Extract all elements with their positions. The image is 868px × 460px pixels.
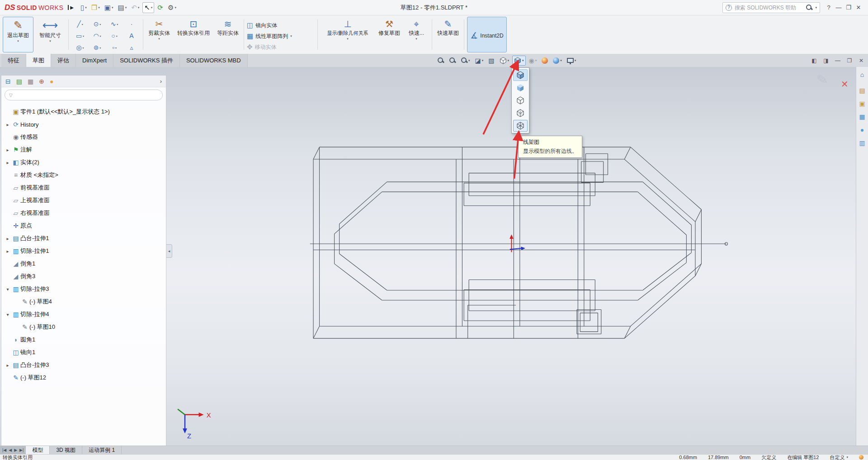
panel-splitter-handle[interactable]: ◂ (166, 244, 172, 258)
tree-expand-icon[interactable]: ▾ (4, 287, 11, 292)
tree-item[interactable]: ▣零件1 (默认<<默认>_显示状态 1>) (1, 105, 166, 118)
tree-expand-icon[interactable]: ▸ (4, 363, 11, 368)
tab-nav-1[interactable]: ◀ (9, 448, 12, 452)
smart-dimension-button[interactable]: ⟷ 智能尺寸 ▾ (35, 17, 66, 52)
repair-sketch-button[interactable]: ⚒ 修复草图 (376, 17, 402, 52)
cancel-sketch-corner-icon[interactable]: ✕ (841, 79, 849, 90)
tree-item[interactable]: ▸▤凸台-拉伸1 (1, 232, 166, 245)
featuremanager-tab[interactable]: ⊟ (5, 78, 11, 85)
print-document-button[interactable]: ▤▾ (116, 3, 128, 13)
tab-nav-2[interactable]: ▶ (14, 448, 17, 452)
doc-close-button[interactable]: ✕ (856, 56, 867, 66)
panel-flyout-chevron-icon[interactable]: › (160, 78, 162, 85)
undo-button[interactable]: ↶▾ (130, 3, 141, 13)
caret-down-icon[interactable]: ▾ (175, 6, 176, 9)
tree-expand-icon[interactable]: ▸ (4, 122, 11, 127)
tree-item[interactable]: ◉传感器 (1, 131, 166, 143)
caret-down-icon[interactable]: ▾ (535, 59, 537, 62)
caret-down-icon[interactable]: ▾ (560, 59, 562, 62)
tree-item[interactable]: ▾▥切除-拉伸3 (1, 283, 166, 295)
caret-down-icon[interactable]: ▾ (125, 6, 127, 9)
caret-down-icon[interactable]: ▾ (117, 23, 118, 26)
select-button[interactable]: ↖▾ (142, 2, 154, 13)
display-delete-relations-button[interactable]: ⊥ 显示/删除几何关系 ▾ (321, 17, 375, 52)
search-icon[interactable] (806, 4, 812, 11)
search-input[interactable] (735, 5, 803, 11)
caret-down-icon[interactable]: ▾ (99, 46, 101, 49)
caret-down-icon[interactable]: ▾ (99, 23, 101, 26)
tree-expand-icon[interactable]: ▾ (4, 312, 11, 317)
tree-item[interactable]: ◗圆角1 (1, 333, 166, 346)
tab-addins[interactable]: SOLIDWORKS 插件 (113, 54, 180, 67)
tree-item[interactable]: ▸◧实体(2) (1, 156, 166, 169)
tree-item[interactable]: ◢倒角3 (1, 270, 166, 283)
tree-item[interactable]: ◫镜向1 (1, 346, 166, 359)
tree-item[interactable]: ▸⟳History (1, 118, 166, 131)
display-style-shaded[interactable] (513, 82, 528, 94)
mirror-entities-button[interactable]: ◫ 镜向实体 (247, 21, 315, 30)
sketch-tool-11[interactable]: ▵ (123, 42, 140, 53)
caret-down-icon[interactable]: ▾ (158, 37, 160, 41)
doc-restore-button[interactable]: ❐ (844, 56, 855, 66)
linear-sketch-pattern-button[interactable]: ▦ 线性草图阵列 ▾ (247, 32, 315, 41)
caret-down-icon[interactable]: ▾ (468, 59, 470, 62)
display-style-hidden-lines-visible[interactable] (513, 107, 528, 119)
restore-button[interactable]: ❐ (844, 3, 854, 13)
display-style-wireframe[interactable] (513, 120, 528, 132)
propertymanager-tab[interactable]: ▤ (16, 78, 22, 85)
tree-expand-icon[interactable]: ▸ (4, 249, 11, 254)
doc-tab-3d-views[interactable]: 3D 视图 (50, 446, 82, 454)
doc-tab-motion-study-1[interactable]: 运动算例 1 (82, 446, 122, 454)
caret-down-icon[interactable]: ▾ (508, 59, 509, 62)
options-button[interactable]: ⚙▾ (166, 3, 178, 13)
sketch-tool-6[interactable]: ○▾ (106, 30, 123, 42)
displaymanager-tab[interactable]: ● (50, 78, 53, 85)
pane-right-button[interactable]: ◨ (821, 56, 831, 66)
caret-down-icon[interactable]: ▾ (83, 34, 84, 38)
display-style-hidden-lines-removed[interactable] (513, 95, 528, 106)
tree-item[interactable]: ≡材质 <未指定> (1, 169, 166, 181)
tree-item[interactable]: ▾▥切除-拉伸4 (1, 308, 166, 321)
caret-down-icon[interactable]: ▾ (575, 59, 576, 62)
zoom-area-button[interactable] (447, 56, 458, 65)
dimxpertmanager-tab[interactable]: ⊕ (39, 78, 44, 85)
tree-item[interactable]: ▸⚑注解 (1, 143, 166, 156)
section-view-button[interactable]: ◪▾ (473, 56, 486, 66)
caret-down-icon[interactable]: ▾ (83, 46, 84, 49)
sketch-tool-9[interactable]: ⊚▾ (89, 42, 106, 53)
save-document-button[interactable]: ▣▾ (103, 3, 115, 13)
home-button[interactable]: ⌂ (858, 70, 867, 79)
chevron-down-icon[interactable]: ▾ (815, 6, 817, 9)
tree-item[interactable]: ▱上视基准面 (1, 194, 166, 207)
caret-down-icon[interactable]: ▾ (82, 23, 83, 26)
minimize-button[interactable]: — (834, 3, 844, 13)
caret-down-icon[interactable]: ▾ (347, 37, 349, 41)
caret-down-icon[interactable]: ▾ (116, 34, 118, 38)
trim-entities-button[interactable]: ✂ 剪裁实体 ▾ (146, 17, 172, 52)
caret-down-icon[interactable]: ▾ (112, 6, 113, 9)
custom-properties-button[interactable]: ▥ (858, 138, 867, 147)
tab-mbd[interactable]: SOLIDWORKS MBD (180, 54, 248, 67)
tab-nav-3[interactable]: ▶| (19, 448, 24, 452)
sketch-tool-0[interactable]: ╱▾ (71, 18, 89, 30)
tab-evaluate[interactable]: 评估 (51, 54, 76, 67)
help-button[interactable]: ? (824, 3, 834, 13)
caret-down-icon[interactable]: ▾ (482, 59, 484, 62)
sketch-tool-10[interactable]: ▫▾ (106, 42, 123, 53)
convert-entities-button[interactable]: ⊡ 转换实体引用 (174, 17, 213, 52)
status-custom-dropdown[interactable]: 自定义 ▾ (830, 454, 848, 460)
tab-dimxpert[interactable]: DimXpert (76, 54, 113, 67)
edit-appearance-button[interactable] (540, 56, 550, 65)
instant2d-button[interactable]: ∡ Instant2D (467, 17, 507, 52)
caret-down-icon[interactable]: ▾ (100, 34, 101, 38)
caret-down-icon[interactable]: ▾ (115, 46, 117, 49)
zoom-fit-button[interactable] (435, 56, 446, 65)
tree-item[interactable]: ✎(-) 草图10 (1, 321, 166, 333)
previous-view-button[interactable]: ▾ (459, 56, 472, 65)
sketch-tool-1[interactable]: ⊙▾ (89, 18, 106, 30)
menu-expand-icon[interactable]: ▶ (68, 5, 74, 10)
offset-entities-button[interactable]: ≋ 等距实体 (215, 17, 241, 52)
tab-features[interactable]: 特征 (1, 54, 26, 67)
tree-filter[interactable]: ▽ (5, 90, 163, 100)
tree-expand-icon[interactable]: ▸ (4, 147, 11, 152)
